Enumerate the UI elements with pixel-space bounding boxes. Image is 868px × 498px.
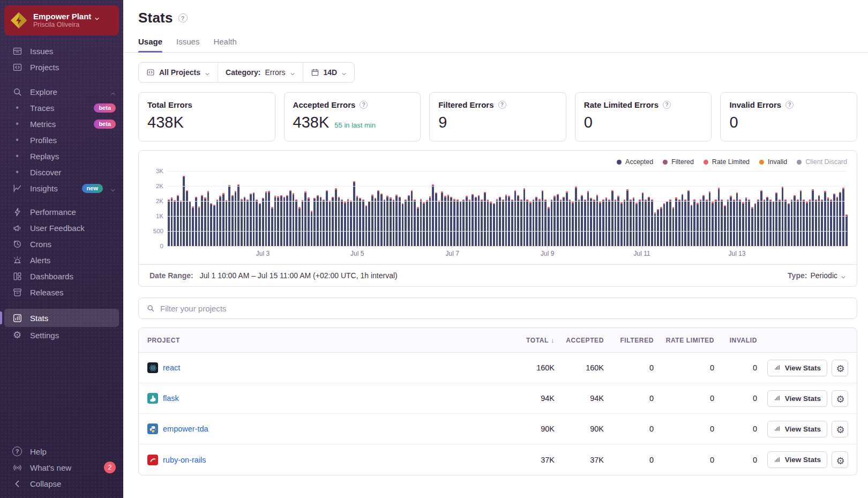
stat-card-label: Invalid Errors? (729, 100, 848, 109)
sidebar-item-discover[interactable]: •Discover (0, 164, 123, 180)
cell-invalid: 0 (714, 425, 757, 433)
project-link[interactable]: react (163, 363, 180, 372)
bar (624, 199, 626, 246)
cell-accepted: 94K (555, 394, 604, 403)
project-link[interactable]: ruby-on-rails (163, 456, 206, 464)
bar (605, 197, 608, 246)
legend-item-filtered[interactable]: Filtered (663, 158, 694, 166)
legend-item-rate-limited[interactable]: Rate Limited (704, 158, 750, 166)
bar (551, 199, 553, 246)
legend-item-client-discard[interactable]: Client Discard (797, 158, 847, 166)
x-axis-tick: Jul 5 (350, 246, 364, 257)
bar (432, 184, 434, 246)
stat-card-value: 0 (729, 114, 738, 131)
project-settings-button[interactable]: ⚙ (832, 390, 848, 407)
legend-item-invalid[interactable]: Invalid (759, 158, 787, 166)
python-platform-icon (147, 423, 158, 434)
bar (460, 201, 462, 246)
clock-icon (12, 239, 23, 249)
view-stats-button[interactable]: View Stats (767, 390, 827, 407)
sidebar-item-label: Performance (30, 207, 116, 217)
col-rate-limited[interactable]: RATE LIMITED (654, 337, 714, 344)
view-stats-button[interactable]: View Stats (767, 360, 827, 376)
sidebar-item-alerts[interactable]: Alerts (0, 252, 123, 268)
col-total[interactable]: TOTAL↓ (504, 336, 555, 344)
bar (669, 199, 671, 246)
col-filtered[interactable]: FILTERED (604, 337, 654, 344)
org-switcher[interactable]: Empower Plant Priscila Oliveira (4, 5, 119, 35)
sidebar-item-collapse[interactable]: Collapse (0, 475, 123, 492)
project-filter-dropdown[interactable]: All Projects (139, 63, 218, 82)
project-settings-button[interactable]: ⚙ (832, 451, 848, 468)
sidebar-item-dashboards[interactable]: Dashboards (0, 268, 123, 284)
view-stats-button[interactable]: View Stats (767, 421, 827, 437)
sidebar-item-releases[interactable]: Releases (0, 284, 123, 300)
sidebar-item-performance[interactable]: Performance (0, 204, 123, 220)
project-link[interactable]: empower-tda (163, 425, 208, 433)
bar (365, 205, 368, 246)
page-help-icon[interactable]: ? (178, 13, 188, 23)
sidebar-item-whats-new[interactable]: What's new2 (0, 459, 123, 475)
insights-icon (12, 183, 23, 194)
sidebar-item-crons[interactable]: Crons (0, 236, 123, 252)
bar (487, 199, 489, 246)
bar (399, 197, 401, 246)
cell-filtered: 0 (604, 363, 654, 372)
sidebar-item-help[interactable]: ?Help (0, 443, 123, 459)
bar (508, 196, 510, 246)
tab-usage[interactable]: Usage (138, 37, 162, 52)
view-stats-button[interactable]: View Stats (767, 451, 827, 468)
sidebar-item-issues[interactable]: Issues (0, 43, 123, 59)
sidebar-item-label: What's new (30, 463, 96, 472)
bar (329, 200, 331, 246)
sidebar-item-stats[interactable]: Stats (4, 309, 119, 327)
sidebar-item-replays[interactable]: •Replays (0, 148, 123, 164)
bar (517, 195, 519, 246)
bar (702, 195, 705, 246)
bar (635, 203, 638, 246)
chart-type-dropdown[interactable]: Type: Periodic (788, 271, 846, 280)
search-input[interactable] (160, 304, 849, 313)
col-invalid[interactable]: INVALID (714, 337, 757, 344)
legend-item-accepted[interactable]: Accepted (617, 158, 653, 166)
bar (626, 189, 628, 246)
sidebar-item-traces[interactable]: •Tracesbeta (0, 100, 123, 116)
help-icon[interactable]: ? (498, 101, 506, 109)
y-axis-label: 2K (156, 183, 163, 189)
chevron-down-icon (94, 14, 100, 19)
project-settings-button[interactable]: ⚙ (832, 421, 848, 437)
project-settings-button[interactable]: ⚙ (832, 360, 848, 376)
project-link[interactable]: flask (163, 394, 179, 403)
cell-invalid: 0 (714, 456, 757, 464)
bar (371, 195, 373, 246)
sidebar-item-user-feedback[interactable]: User Feedback (0, 220, 123, 236)
bar (821, 199, 823, 246)
sidebar-item-metrics[interactable]: •Metricsbeta (0, 116, 123, 132)
bar (818, 195, 820, 246)
bar (198, 206, 200, 246)
help-icon[interactable]: ? (785, 101, 794, 109)
col-accepted[interactable]: ACCEPTED (555, 337, 604, 344)
sidebar-item-insights[interactable]: Insightsnew (0, 180, 123, 196)
bar (769, 199, 772, 246)
cell-rate_limited: 0 (654, 394, 714, 403)
bar (408, 195, 410, 246)
help-icon[interactable]: ? (663, 101, 671, 109)
bar (313, 198, 316, 246)
bar (590, 198, 592, 246)
search-icon (12, 86, 23, 97)
sidebar-item-settings[interactable]: ⚙Settings (0, 327, 123, 343)
tab-issues[interactable]: Issues (176, 37, 199, 52)
sidebar-item-explore[interactable]: Explore (0, 84, 123, 100)
help-icon[interactable]: ? (360, 101, 368, 109)
date-range-dropdown[interactable]: 14D (303, 63, 355, 82)
tab-health[interactable]: Health (213, 37, 236, 52)
bar-chart-icon (774, 456, 781, 464)
sidebar-item-profiles[interactable]: •Profiles (0, 132, 123, 148)
bar (426, 200, 428, 246)
tick-mark (452, 246, 453, 248)
sidebar-item-projects[interactable]: Projects (0, 59, 123, 75)
bar (773, 201, 775, 246)
bar (402, 203, 404, 246)
category-filter-dropdown[interactable]: Category: Errors (218, 63, 302, 82)
